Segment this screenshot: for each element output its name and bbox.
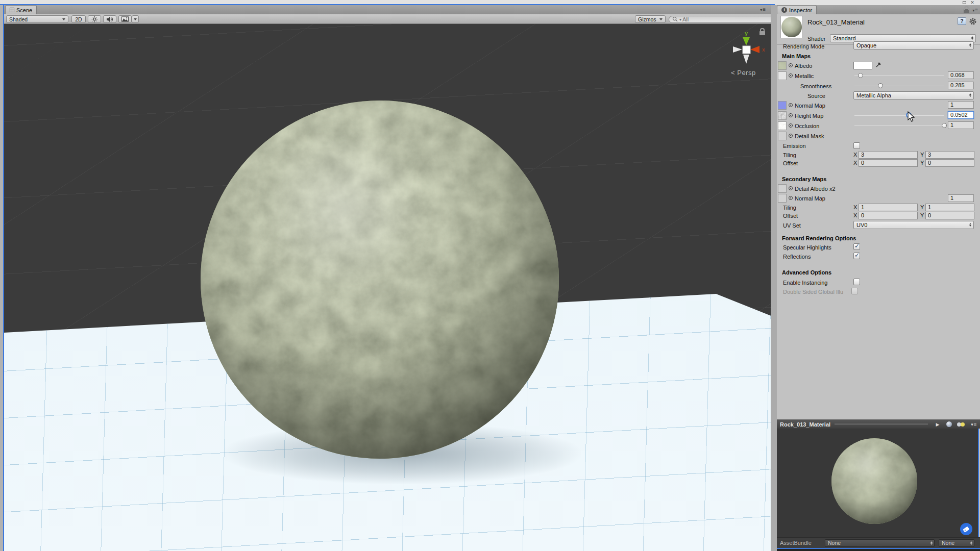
effects-dropdown-button[interactable]: [132, 15, 139, 23]
gizmos-dropdown[interactable]: Gizmos: [635, 15, 666, 23]
occlusion-texture-slot[interactable]: [778, 121, 787, 130]
secondary-normal-map-object-picker-icon[interactable]: [789, 196, 793, 200]
height-map-value-field[interactable]: 0.0502: [948, 111, 974, 119]
material-preview-viewport[interactable]: [777, 429, 979, 537]
secondary-tiling-y-field[interactable]: 1: [925, 204, 974, 211]
maximize-icon[interactable]: [963, 1, 966, 4]
scene-tab-label: Scene: [16, 7, 32, 13]
source-label: Source: [807, 92, 825, 99]
tiling-x-field[interactable]: 3: [859, 151, 918, 159]
height-map-slider[interactable]: [854, 112, 944, 119]
metallic-slider[interactable]: [854, 72, 944, 80]
enable-instancing-checkbox[interactable]: ✓: [853, 279, 860, 285]
chevron-updown-icon: [971, 36, 973, 40]
secondary-offset-y-field[interactable]: 0: [925, 212, 974, 219]
metallic-label: Metallic: [795, 72, 814, 80]
normal-map-texture-slot[interactable]: [778, 101, 787, 110]
scene-viewport[interactable]: y x < Persp: [4, 24, 775, 551]
assetbundle-tag-icon[interactable]: [960, 522, 973, 536]
normal-map-label: Normal Map: [795, 102, 825, 109]
normal-map-object-picker-icon[interactable]: [789, 103, 793, 107]
offset-y-label: Y: [920, 160, 924, 166]
assetbundle-dropdown[interactable]: None: [825, 539, 935, 547]
assetbundle-variant-dropdown[interactable]: None: [939, 539, 974, 547]
albedo-texture-slot[interactable]: [778, 61, 787, 70]
scene-effects-button[interactable]: [118, 15, 132, 23]
scene-panel-menu-icon[interactable]: ▾≡: [760, 7, 766, 12]
emission-label: Emission: [783, 142, 806, 149]
preview-header[interactable]: Rock_013_Material ▶ ▾≡: [777, 419, 980, 429]
albedo-color-swatch[interactable]: [853, 62, 872, 69]
secondary-normal-map-texture-slot[interactable]: [778, 194, 787, 203]
rock-sphere-object[interactable]: [200, 100, 559, 459]
speaker-icon: [106, 16, 113, 22]
metallic-value-field[interactable]: 0.068: [948, 71, 974, 79]
assetbundle-label: AssetBundle: [780, 540, 825, 546]
x-axis-cone: [750, 46, 760, 53]
occlusion-slider-handle[interactable]: [942, 123, 947, 128]
secondary-normal-map-value-field[interactable]: 1: [948, 194, 974, 202]
panel-splitter[interactable]: [771, 5, 777, 551]
detail-albedo-label: Detail Albedo x2: [795, 185, 836, 192]
albedo-object-picker-icon[interactable]: [789, 63, 793, 67]
occlusion-value-field[interactable]: 1: [948, 121, 974, 129]
height-map-object-picker-icon[interactable]: [789, 113, 793, 117]
material-name: Rock_013_Material: [807, 18, 865, 26]
detail-mask-texture-slot[interactable]: [778, 132, 787, 140]
preview-menu-icon[interactable]: ▾≡: [968, 421, 980, 428]
metallic-slider-handle[interactable]: [858, 73, 863, 78]
metallic-texture-slot[interactable]: [778, 71, 787, 80]
preview-play-button[interactable]: ▶: [932, 421, 943, 428]
secondary-tiling-x-field[interactable]: 1: [859, 204, 918, 211]
eyedropper-icon[interactable]: [875, 61, 882, 69]
chevron-down-icon: [659, 18, 663, 20]
secondary-offset-x-field[interactable]: 0: [859, 212, 918, 219]
detail-albedo-texture-slot[interactable]: [778, 184, 787, 193]
inspector-lock-icon[interactable]: [964, 9, 969, 13]
uv-set-dropdown[interactable]: UV0: [853, 221, 974, 229]
preview-mesh-button[interactable]: [943, 421, 954, 428]
lock-icon[interactable]: [760, 31, 765, 35]
smoothness-slider-handle[interactable]: [878, 83, 883, 88]
specular-highlights-checkbox[interactable]: ✓: [853, 243, 860, 250]
scene-lighting-button[interactable]: [88, 15, 101, 23]
shading-mode-dropdown[interactable]: Shaded: [6, 15, 68, 23]
occlusion-slider[interactable]: [854, 122, 944, 130]
tab-inspector[interactable]: i Inspector: [777, 5, 817, 14]
tiling-label: Tiling: [783, 152, 796, 159]
x-axis-label: x: [762, 47, 765, 53]
normal-map-value-field[interactable]: 1: [948, 101, 974, 109]
metallic-object-picker-icon[interactable]: [789, 73, 793, 78]
reflections-checkbox[interactable]: ✓: [853, 253, 860, 259]
gear-icon[interactable]: [969, 17, 978, 26]
tiling-y-field[interactable]: 3: [925, 151, 974, 159]
chevron-down-icon: [62, 18, 65, 20]
help-icon[interactable]: ?: [958, 17, 966, 25]
main-maps-header: Main Maps: [782, 53, 811, 60]
tab-scene[interactable]: Scene: [5, 5, 37, 14]
scene-audio-button[interactable]: [103, 15, 116, 23]
preview-drag-handle[interactable]: [835, 423, 928, 426]
2d-toggle-button[interactable]: 2D: [71, 15, 86, 23]
search-filter-caret-icon[interactable]: ▾: [679, 17, 681, 22]
emission-checkbox[interactable]: ✓: [853, 142, 860, 149]
offset-y-field[interactable]: 0: [925, 159, 974, 167]
detail-albedo-object-picker-icon[interactable]: [789, 186, 793, 190]
scene-search-input[interactable]: ▾ All: [669, 16, 777, 23]
albedo-label: Albedo: [795, 62, 812, 69]
inspector-menu-icon[interactable]: ▾≡: [972, 8, 978, 13]
secondary-tiling-y-label: Y: [920, 204, 924, 210]
close-icon[interactable]: ✕: [969, 0, 976, 5]
rendering-mode-dropdown[interactable]: Opaque: [853, 41, 974, 49]
occlusion-object-picker-icon[interactable]: [789, 123, 793, 128]
smoothness-slider[interactable]: [854, 82, 944, 90]
projection-mode-label[interactable]: < Persp: [731, 69, 756, 77]
offset-x-field[interactable]: 0: [859, 159, 918, 167]
detail-mask-object-picker-icon[interactable]: [789, 134, 793, 138]
preview-lighting-button[interactable]: [954, 421, 968, 428]
smoothness-value-field[interactable]: 0.285: [948, 82, 974, 89]
height-map-texture-slot[interactable]: [778, 111, 787, 120]
material-thumbnail[interactable]: [780, 16, 803, 38]
source-dropdown[interactable]: Metallic Alpha: [853, 91, 974, 99]
forward-rendering-header: Forward Rendering Options: [782, 235, 856, 242]
